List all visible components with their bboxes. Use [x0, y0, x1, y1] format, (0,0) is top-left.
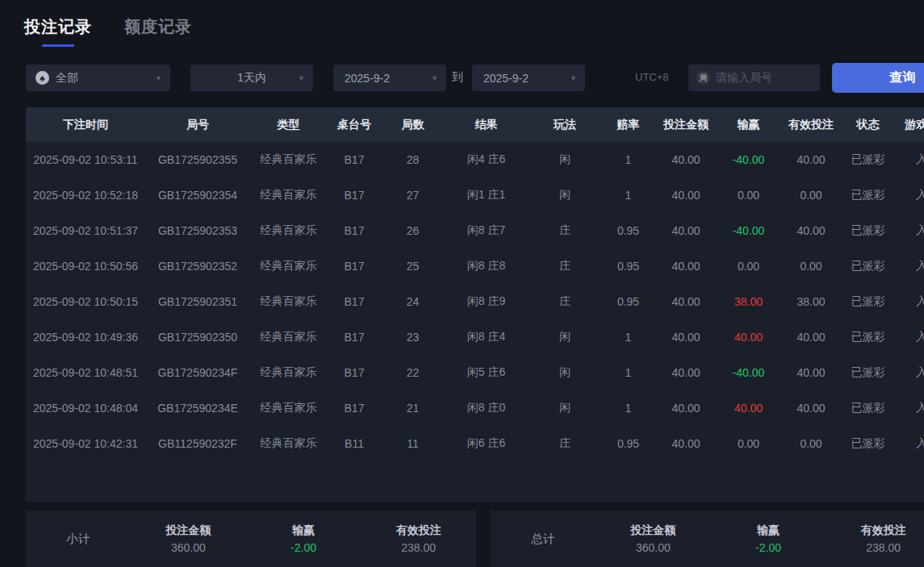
- cell-table_no: B17: [327, 295, 382, 308]
- game-type-value: 全部: [56, 71, 78, 85]
- date-from-picker[interactable]: 2025-9-2 ▼: [333, 65, 446, 91]
- table-row[interactable]: 2025-09-02 10:52:18GB1725902354经典百家乐B172…: [26, 177, 924, 213]
- cell-odds: 0.95: [601, 437, 655, 450]
- column-header: 局号: [145, 118, 250, 132]
- cell-mode: 入座: [894, 152, 924, 167]
- table-row[interactable]: 2025-09-02 10:42:31GB112590232F经典百家乐B111…: [26, 426, 924, 461]
- cell-play: 庄: [529, 223, 601, 238]
- total-label: 总计: [491, 532, 596, 547]
- table-row[interactable]: 2025-09-02 10:50:15GB1725902351经典百家乐B172…: [26, 284, 924, 319]
- cell-valid: 38.00: [780, 295, 842, 308]
- cell-odds: 1: [601, 402, 655, 415]
- table-row[interactable]: 2025-09-02 10:48:51GB172590234F经典百家乐B172…: [26, 355, 924, 390]
- cell-round: GB1725902350: [145, 331, 250, 344]
- tab-bet-records-label: 投注记录: [24, 16, 92, 38]
- cell-valid: 40.00: [780, 224, 842, 237]
- cell-round: GB1725902355: [145, 153, 250, 166]
- date-range-dropdown[interactable]: 1天内 ▼: [190, 65, 313, 91]
- cell-play: 庄: [529, 294, 601, 309]
- round-number-placeholder: 请输入局号: [716, 71, 772, 85]
- tab-quota-records[interactable]: 额度记录: [124, 16, 192, 47]
- cell-valid: 0.00: [780, 437, 842, 450]
- cell-result: 闲5 庄6: [444, 365, 529, 380]
- table-row[interactable]: 2025-09-02 10:53:11GB1725902355经典百家乐B172…: [26, 142, 924, 177]
- cell-bet: 40.00: [655, 437, 717, 450]
- cell-table_no: B17: [327, 260, 382, 273]
- total-item-value: 238.00: [826, 541, 924, 554]
- cell-play: 闲: [529, 401, 601, 415]
- table-row[interactable]: 2025-09-02 10:50:56GB1725902352经典百家乐B172…: [26, 248, 924, 284]
- cell-status: 已派彩: [842, 259, 894, 273]
- cell-mode: 入座: [894, 436, 924, 451]
- cell-game_no: 11: [382, 437, 444, 450]
- table-row[interactable]: 2025-09-02 10:48:04GB172590234E经典百家乐B172…: [26, 390, 924, 426]
- total-item-label: 有效投注: [826, 523, 924, 538]
- cell-time: 2025-09-02 10:42:31: [26, 437, 145, 450]
- record-tabs: 投注记录 额度记录: [24, 16, 192, 47]
- cell-valid: 0.00: [780, 260, 842, 273]
- cell-odds: 1: [601, 189, 655, 202]
- table-row[interactable]: 2025-09-02 10:49:36GB1725902350经典百家乐B172…: [26, 319, 924, 355]
- cell-bet: 40.00: [655, 295, 717, 308]
- cell-result: 闲8 庄9: [444, 294, 529, 309]
- cell-game_no: 28: [382, 153, 444, 166]
- cell-round: GB1725902354: [145, 189, 250, 202]
- total-item: 有效投注238.00: [826, 523, 924, 554]
- cell-type: 经典百家乐: [250, 223, 327, 238]
- cell-status: 已派彩: [842, 294, 894, 309]
- total-panel: 总计 投注金额360.00输赢-2.00有效投注238.00: [491, 511, 924, 567]
- cell-game_no: 26: [382, 224, 444, 237]
- cell-result: 闲8 庄4: [444, 330, 529, 344]
- cell-mode: 入座: [894, 294, 924, 309]
- date-range-value: 1天内: [237, 71, 266, 85]
- column-header: 有效投注: [780, 118, 842, 132]
- chevron-down-icon: ▼: [570, 74, 577, 82]
- cell-game_no: 25: [382, 260, 444, 273]
- cell-mode: 入座: [894, 188, 924, 202]
- search-button[interactable]: 查询: [832, 63, 924, 93]
- subtotal-item-label: 有效投注: [361, 523, 476, 538]
- cell-valid: 40.00: [780, 331, 842, 344]
- cell-result: 闲8 庄8: [444, 259, 529, 273]
- subtotal-item: 投注金额360.00: [131, 523, 246, 554]
- column-header: 状态: [842, 118, 894, 132]
- cell-time: 2025-09-02 10:50:56: [26, 260, 145, 273]
- cell-bet: 40.00: [655, 260, 717, 273]
- cell-mode: 入座: [894, 365, 924, 380]
- cell-odds: 1: [601, 153, 655, 166]
- column-header: 桌台号: [327, 118, 382, 132]
- cell-bet: 40.00: [655, 402, 717, 415]
- cell-odds: 1: [601, 331, 655, 344]
- table-row[interactable]: 2025-09-02 10:51:37GB1725902353经典百家乐B172…: [26, 213, 924, 248]
- cell-status: 已派彩: [842, 188, 894, 202]
- cell-play: 庄: [529, 259, 601, 273]
- cell-valid: 40.00: [780, 402, 842, 415]
- round-number-input[interactable]: 局 请输入局号: [688, 65, 820, 91]
- subtotal-item-label: 输赢: [246, 523, 362, 538]
- cell-result: 闲1 庄1: [444, 188, 529, 202]
- cell-winloss: -40.00: [717, 153, 780, 166]
- cell-table_no: B17: [327, 224, 382, 237]
- date-from-value: 2025-9-2: [345, 72, 390, 85]
- filter-bar: ♠ 全部 ▼ 1天内 ▼ 2025-9-2 ▼ 到 2025-9-2 ▼ UTC…: [0, 65, 924, 91]
- cell-result: 闲6 庄6: [444, 436, 529, 451]
- cell-bet: 40.00: [655, 189, 717, 202]
- subtotal-item-value: -2.00: [246, 541, 362, 554]
- subtotal-label: 小计: [26, 532, 131, 547]
- cell-table_no: B17: [327, 189, 382, 202]
- cell-type: 经典百家乐: [250, 401, 327, 415]
- cell-round: GB172590234E: [145, 402, 250, 415]
- total-item: 投注金额360.00: [596, 523, 711, 554]
- cell-time: 2025-09-02 10:51:37: [26, 224, 145, 237]
- column-header: 游戏模式: [894, 118, 924, 132]
- cell-game_no: 22: [382, 366, 444, 379]
- active-tab-underline: [42, 44, 74, 47]
- cell-mode: 入座: [894, 401, 924, 415]
- cell-type: 经典百家乐: [250, 188, 327, 202]
- subtotal-item-value: 360.00: [131, 541, 246, 554]
- tab-bet-records[interactable]: 投注记录: [24, 16, 92, 47]
- game-type-dropdown[interactable]: ♠ 全部 ▼: [26, 65, 170, 91]
- cell-table_no: B17: [327, 402, 382, 415]
- date-to-picker[interactable]: 2025-9-2 ▼: [472, 65, 585, 91]
- cell-table_no: B17: [327, 366, 382, 379]
